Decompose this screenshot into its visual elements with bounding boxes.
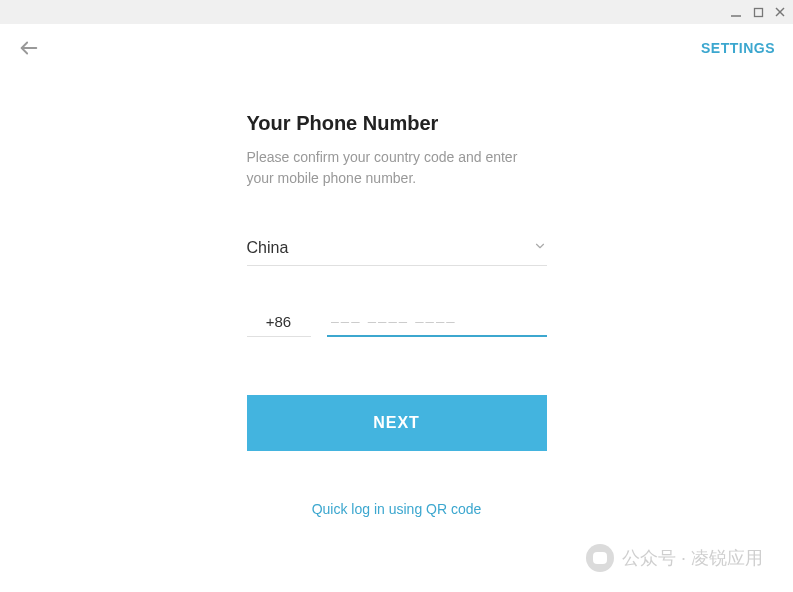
page-title: Your Phone Number — [247, 112, 547, 135]
wechat-icon — [586, 544, 614, 572]
next-button[interactable]: NEXT — [247, 395, 547, 451]
page-subtitle: Please confirm your country code and ent… — [247, 147, 547, 189]
window-titlebar — [0, 0, 793, 24]
qr-login-link[interactable]: Quick log in using QR code — [247, 501, 547, 517]
svg-rect-1 — [754, 8, 762, 16]
maximize-button[interactable] — [751, 5, 765, 19]
login-form: Your Phone Number Please confirm your co… — [247, 112, 547, 517]
close-button[interactable] — [773, 5, 787, 19]
phone-number-input[interactable] — [327, 306, 547, 337]
app-header: SETTINGS — [0, 24, 793, 72]
country-select[interactable]: China — [247, 239, 547, 266]
settings-link[interactable]: SETTINGS — [701, 40, 775, 56]
watermark-text: 公众号 · 凌锐应用 — [622, 546, 763, 570]
country-name: China — [247, 239, 289, 257]
chevron-down-icon — [533, 239, 547, 257]
country-code-input[interactable] — [247, 306, 311, 337]
watermark: 公众号 · 凌锐应用 — [586, 544, 763, 572]
phone-row — [247, 306, 547, 337]
minimize-button[interactable] — [729, 5, 743, 19]
back-button[interactable] — [18, 37, 40, 59]
